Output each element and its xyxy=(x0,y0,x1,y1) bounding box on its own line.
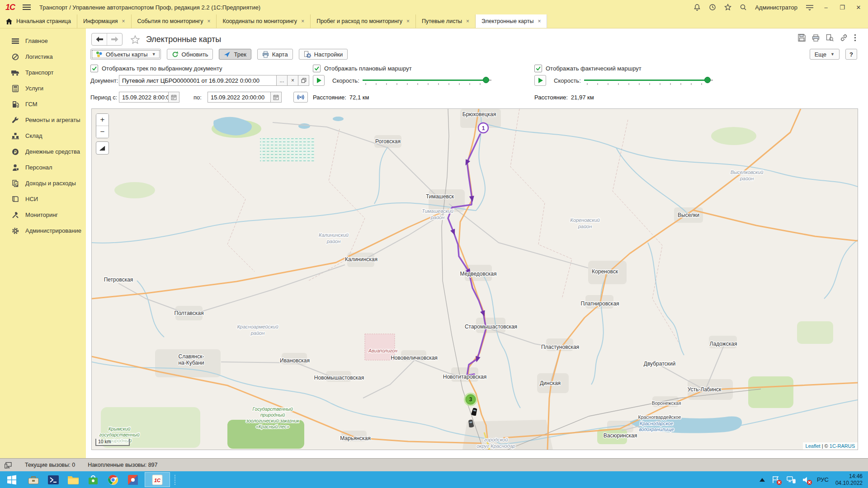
history-icon[interactable] xyxy=(709,4,716,11)
leaflet-link[interactable]: Leaflet xyxy=(806,443,821,449)
1c-logo: 1С xyxy=(5,3,15,12)
action-center-flag-icon[interactable] xyxy=(772,476,780,483)
more-menu-icon[interactable] xyxy=(854,34,856,42)
show-track-checkbox[interactable]: Отображать трек по выбранному документу xyxy=(90,65,222,72)
tab-close-icon[interactable]: × xyxy=(538,19,541,24)
sections-sidebar: ГлавноеЛогистикаТранспортУслугиГСМРемонт… xyxy=(0,28,86,458)
plan-speed-slider[interactable] xyxy=(363,75,491,86)
period-from-field[interactable]: 15.09.2022 8:00:00 xyxy=(119,92,169,103)
cluster-marker[interactable]: 3 xyxy=(469,396,472,403)
tab-close-icon[interactable]: × xyxy=(122,19,125,24)
settings-button[interactable]: Настройки xyxy=(299,49,348,60)
show-fact-route-checkbox[interactable]: Отображать фактический маршрут xyxy=(534,65,642,72)
map-objects-button[interactable]: Объекты карты▼ xyxy=(90,49,161,60)
live-tracking-button[interactable] xyxy=(293,92,308,103)
sidebar-item-12[interactable]: Мониторинг xyxy=(0,207,86,223)
print-icon[interactable] xyxy=(812,34,820,42)
sidebar-item-1[interactable]: Главное xyxy=(0,33,86,49)
document-open-button[interactable] xyxy=(298,75,309,86)
tab-probeg-i-rashod[interactable]: Пробег и расход по мониторингу× xyxy=(311,14,416,28)
menu-icon xyxy=(11,37,19,45)
sidebar-item-3[interactable]: Транспорт xyxy=(0,65,86,80)
tab-close-icon[interactable]: × xyxy=(406,19,410,24)
map-container[interactable]: 13 БрюховецкаяРоговскаяТимашевскВыселков… xyxy=(91,108,858,450)
map-label: Крымский xyxy=(108,426,131,432)
language-indicator[interactable]: РУС xyxy=(817,476,829,483)
track-start-marker[interactable]: 1 xyxy=(481,125,485,131)
restore-icon[interactable]: ❐ xyxy=(838,4,846,11)
tab-putevye-listy[interactable]: Путевые листы× xyxy=(416,14,476,28)
minimize-icon[interactable]: – xyxy=(822,4,830,11)
main-menu-icon[interactable] xyxy=(22,4,31,10)
save-icon[interactable] xyxy=(798,34,806,42)
refresh-button[interactable]: Обновить xyxy=(167,49,213,60)
start-button[interactable] xyxy=(0,471,24,488)
sidebar-item-2[interactable]: Логистика xyxy=(0,49,86,65)
tray-expand-icon[interactable] xyxy=(760,478,765,482)
track-button[interactable]: Трек xyxy=(219,49,251,60)
forward-button[interactable] xyxy=(107,33,122,45)
help-button[interactable]: ? xyxy=(845,49,857,60)
chrome-icon[interactable] xyxy=(103,471,123,488)
tab-home[interactable]: Начальная страница xyxy=(0,14,77,28)
favorites-star-icon[interactable] xyxy=(724,4,731,11)
document-clear-button[interactable]: × xyxy=(288,75,298,86)
sidebar-item-9[interactable]: Персонал xyxy=(0,160,86,175)
provider-link[interactable]: 1C-RARUS xyxy=(830,443,855,449)
period-from-calendar-icon[interactable] xyxy=(169,92,179,103)
zoom-out-button[interactable]: − xyxy=(96,126,108,138)
sidebar-item-8[interactable]: ₽Денежные средства xyxy=(0,144,86,160)
period-to-field[interactable]: 15.09.2022 20:00:00 xyxy=(208,92,271,103)
map-label: район xyxy=(250,330,265,336)
store-icon[interactable] xyxy=(83,471,103,488)
slider-handle[interactable] xyxy=(483,77,489,83)
fact-play-button[interactable] xyxy=(534,75,546,86)
sidebar-item-4[interactable]: Услуги xyxy=(0,80,86,96)
sidebar-item-11[interactable]: НСИ xyxy=(0,191,86,207)
volume-muted-icon[interactable] xyxy=(802,476,810,483)
favorite-star-icon[interactable] xyxy=(131,35,140,44)
network-icon[interactable] xyxy=(787,476,796,483)
show-plan-route-checkbox[interactable]: Отображать плановый маршрут xyxy=(313,65,412,72)
tab-informacija[interactable]: Информация× xyxy=(77,14,132,28)
document-field[interactable]: Путевой лист ЦБРО0000001 от 16.09.2022 0… xyxy=(119,75,277,86)
more-button[interactable]: Еще▼ xyxy=(810,49,840,60)
search-icon[interactable] xyxy=(740,4,747,11)
sidebar-item-13[interactable]: Администрирование xyxy=(0,223,86,239)
app-icon[interactable] xyxy=(123,471,143,488)
print-map-button[interactable]: Карта xyxy=(257,49,293,60)
user-menu-icon[interactable] xyxy=(806,4,814,10)
current-user[interactable]: Администратор xyxy=(755,4,797,11)
file-explorer-icon[interactable] xyxy=(63,471,83,488)
period-to-calendar-icon[interactable] xyxy=(271,92,282,103)
1c-taskbar-button[interactable]: 1С xyxy=(145,472,170,487)
slider-handle[interactable] xyxy=(704,77,711,83)
measure-button[interactable] xyxy=(96,141,109,155)
tab-close-icon[interactable]: × xyxy=(466,19,469,24)
back-button[interactable] xyxy=(92,33,107,45)
sidebar-item-7[interactable]: Склад xyxy=(0,128,86,144)
notifications-bell-icon[interactable] xyxy=(693,4,701,11)
map-canvas[interactable]: 13 БрюховецкаяРоговскаяТимашевскВыселков… xyxy=(92,109,858,450)
sidebar-item-5[interactable]: ГСМ xyxy=(0,96,86,112)
zoom-in-button[interactable]: + xyxy=(96,114,108,126)
tab-koordinaty-po-monitoringu[interactable]: Координаты по мониторингу× xyxy=(217,14,311,28)
tab-sobytija-po-monitoringu[interactable]: События по мониторингу× xyxy=(132,14,217,28)
close-icon[interactable]: ✕ xyxy=(854,4,863,11)
sidebar-item-10[interactable]: ₽Доходы и расходы xyxy=(0,175,86,191)
tab-elektronnye-karty[interactable]: Электронные карты× xyxy=(476,14,547,28)
tab-close-icon[interactable]: × xyxy=(301,19,304,24)
clock[interactable]: 14:46 04.10.2022 xyxy=(835,473,863,487)
link-icon[interactable] xyxy=(840,34,848,42)
powershell-icon[interactable] xyxy=(43,471,63,488)
distance-label: Расстояние: xyxy=(534,94,568,101)
sidebar-item-label: Доходы и расходы xyxy=(25,180,76,187)
server-manager-icon[interactable] xyxy=(24,471,43,488)
preview-icon[interactable] xyxy=(826,34,834,42)
sidebar-item-6[interactable]: Ремонты и агрегаты xyxy=(0,112,86,128)
truck-icon xyxy=(11,69,19,76)
tab-close-icon[interactable]: × xyxy=(207,19,210,24)
document-choose-button[interactable]: ... xyxy=(277,75,288,86)
fact-speed-slider[interactable] xyxy=(584,75,713,86)
plan-play-button[interactable] xyxy=(313,75,325,86)
